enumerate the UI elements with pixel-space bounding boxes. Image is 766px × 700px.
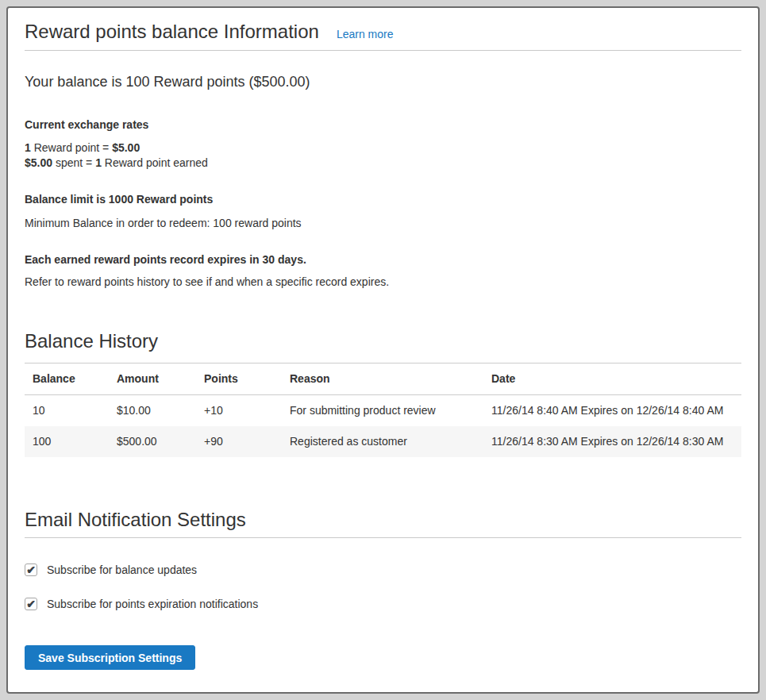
table-header-row: Balance Amount Points Reason Date <box>25 363 741 395</box>
balance-history-title: Balance History <box>25 328 741 355</box>
minimum-balance: Minimum Balance in order to redeem: 100 … <box>25 215 741 231</box>
exchange-rates-heading: Current exchange rates <box>25 117 741 133</box>
expiration-notifications-checkbox[interactable]: ✔ <box>25 598 37 610</box>
learn-more-link[interactable]: Learn more <box>337 28 394 40</box>
page-title: Reward points balance Information <box>25 17 319 46</box>
card-header: Reward points balance Information Learn … <box>25 17 741 46</box>
cell-amount: $500.00 <box>109 426 196 457</box>
expiry-rule: Each earned reward points record expires… <box>25 252 741 267</box>
exchange-rates: 1 Reward point = $5.00 $5.00 spent = 1 R… <box>25 140 741 171</box>
balance-limit: Balance limit is 1000 Reward points <box>25 191 741 207</box>
cell-date: 11/26/14 8:30 AM Expires on 12/26/14 8:3… <box>483 426 741 457</box>
column-header-amount: Amount <box>109 363 196 395</box>
save-subscription-settings-button[interactable]: Save Subscription Settings <box>25 645 195 670</box>
notification-divider <box>25 537 741 538</box>
balance-updates-label: Subscribe for balance updates <box>47 563 197 576</box>
balance-summary: Your balance is 100 Reward points ($500.… <box>25 71 741 92</box>
expiration-notifications-label: Subscribe for points expiration notifica… <box>47 598 258 610</box>
exchange-rate-line1: 1 Reward point = $5.00 <box>25 141 140 154</box>
email-notification-settings-title: Email Notification Settings <box>25 506 741 533</box>
cell-reason: For submitting product review <box>282 395 483 427</box>
reward-info-card: Reward points balance Information Learn … <box>6 6 760 694</box>
cell-amount: $10.00 <box>109 395 196 427</box>
cell-balance: 10 <box>25 395 109 427</box>
subscribe-expiration-option: ✔ Subscribe for points expiration notifi… <box>25 598 741 610</box>
expiry-note: Refer to reward points history to see if… <box>25 274 741 290</box>
cell-points: +90 <box>196 426 282 457</box>
balance-updates-checkbox[interactable]: ✔ <box>25 563 37 576</box>
column-header-date: Date <box>483 363 741 395</box>
table-row: 10 $10.00 +10 For submitting product rev… <box>25 395 741 427</box>
column-header-balance: Balance <box>25 363 109 395</box>
column-header-points: Points <box>196 363 282 395</box>
header-divider <box>25 50 741 51</box>
table-row: 100 $500.00 +90 Registered as customer 1… <box>25 426 741 457</box>
cell-date: 11/26/14 8:40 AM Expires on 12/26/14 8:4… <box>483 395 741 427</box>
cell-points: +10 <box>196 395 282 427</box>
cell-reason: Registered as customer <box>282 426 483 457</box>
balance-history-table: Balance Amount Points Reason Date 10 $10… <box>25 363 741 457</box>
subscribe-balance-updates-option: ✔ Subscribe for balance updates <box>25 563 741 576</box>
cell-balance: 100 <box>25 426 109 457</box>
column-header-reason: Reason <box>282 363 483 395</box>
exchange-rate-line2: $5.00 spent = 1 Reward point earned <box>25 156 208 169</box>
